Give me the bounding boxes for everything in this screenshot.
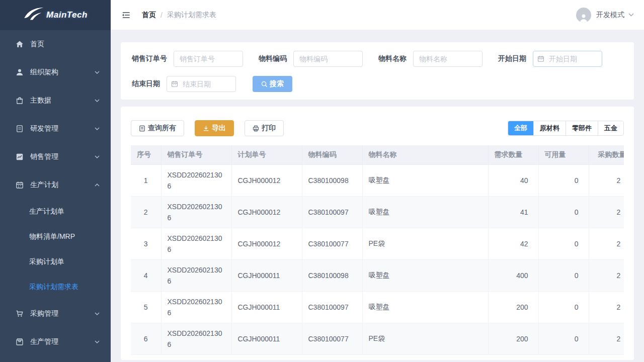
table-toolbar: 查询所有 导出 打印 全部 原材料 xyxy=(131,120,624,136)
sidebar-item-production-management[interactable]: 生产管理 xyxy=(0,328,111,356)
user-icon xyxy=(15,68,24,77)
brand-logo: MainTech xyxy=(0,0,111,30)
chevron-down-icon xyxy=(95,312,100,315)
chevron-down-icon xyxy=(95,127,100,130)
chevron-down-icon xyxy=(628,13,634,17)
sidebar-subitem-bom-mrp[interactable]: 物料清单/MRP xyxy=(0,224,111,249)
sidebar-item-procurement-management[interactable]: 采购管理 xyxy=(0,300,111,328)
cell-plan-no: CGJH000011 xyxy=(231,323,302,354)
cell-sales-order: XSDD2026021306 xyxy=(161,164,231,196)
tab-label: 原材料 xyxy=(540,124,559,133)
filter-start-date: 开始日期 xyxy=(498,51,602,67)
sidebar-subitem-purchase-plan-demand[interactable]: 采购计划需求表 xyxy=(0,275,111,300)
cell-purchase-qty: 2 xyxy=(589,228,624,259)
sidebar-item-label: 生产管理 xyxy=(30,337,58,346)
cell-available-qty: 0 xyxy=(538,196,589,228)
cell-available-qty: 0 xyxy=(538,164,589,196)
home-icon xyxy=(15,40,24,49)
data-table-container[interactable]: 序号 销售订单号 计划单号 物料编码 物料名称 需求数量 可用量 采购数量 1 … xyxy=(131,145,624,355)
cell-sales-order: XSDD2026021306 xyxy=(161,323,231,354)
material-code-label: 物料编码 xyxy=(259,54,287,63)
main-content: 销售订单号 物料编码 物料名称 开始日期 xyxy=(111,30,644,360)
printer-icon xyxy=(253,125,259,132)
cell-material-code: C380100098 xyxy=(302,164,362,196)
sidebar-item-label: 研发管理 xyxy=(30,124,58,133)
sales-order-input[interactable] xyxy=(174,51,243,67)
cell-material-code: C380100097 xyxy=(302,291,362,323)
end-date-input[interactable] xyxy=(167,76,236,92)
cell-purchase-qty: 2 xyxy=(589,323,624,354)
sidebar-item-label: 首页 xyxy=(30,40,44,49)
sidebar: MainTech 首页 组织架构 主数据 xyxy=(0,0,111,362)
sidebar-item-home[interactable]: 首页 xyxy=(0,30,111,58)
material-code-input[interactable] xyxy=(293,51,363,67)
cell-plan-no: CGJH000011 xyxy=(231,259,302,291)
cell-sn: 3 xyxy=(131,228,161,259)
search-button[interactable]: 搜索 xyxy=(253,76,292,92)
user-mode-label: 开发模式 xyxy=(596,11,624,20)
query-all-button[interactable]: 查询所有 xyxy=(131,120,184,136)
col-header-sn: 序号 xyxy=(131,145,161,164)
sidebar-item-sales-management[interactable]: 销售管理 xyxy=(0,143,111,171)
sidebar-item-label: 生产计划 xyxy=(30,180,58,190)
cell-available-qty: 0 xyxy=(538,291,589,323)
tab-all[interactable]: 全部 xyxy=(508,121,533,135)
sidebar-item-organization[interactable]: 组织架构 xyxy=(0,58,111,86)
sidebar-item-label: 采购管理 xyxy=(30,309,58,318)
cell-plan-no: CGJH000011 xyxy=(231,291,302,323)
table-header-row: 序号 销售订单号 计划单号 物料编码 物料名称 需求数量 可用量 采购数量 xyxy=(131,145,624,164)
chart-icon xyxy=(15,153,24,161)
tab-hardware[interactable]: 五金 xyxy=(598,121,623,135)
filter-material-code: 物料编码 xyxy=(259,51,363,67)
table-row: 1 XSDD2026021306 CGJH000012 C380100098 吸… xyxy=(131,164,624,196)
material-name-label: 物料名称 xyxy=(378,54,407,63)
sidebar-subitem-production-plan-order[interactable]: 生产计划单 xyxy=(0,199,111,224)
sidebar-item-master-data[interactable]: 主数据 xyxy=(0,86,111,115)
col-header-purchase-qty: 采购数量 xyxy=(589,145,624,164)
cell-sn: 4 xyxy=(131,259,161,291)
cell-sales-order: XSDD2026021306 xyxy=(161,291,231,323)
start-date-input[interactable] xyxy=(533,51,602,67)
cell-available-qty: 0 xyxy=(538,259,589,291)
cell-material-name: PE袋 xyxy=(362,228,488,259)
cell-purchase-qty: 2 xyxy=(589,259,624,291)
chevron-down-icon xyxy=(95,340,100,343)
print-button[interactable]: 打印 xyxy=(245,120,284,136)
cell-material-name: PE袋 xyxy=(362,323,488,354)
col-header-material-name: 物料名称 xyxy=(362,145,488,164)
sidebar-subitem-purchase-plan-order[interactable]: 采购计划单 xyxy=(0,249,111,275)
document-icon xyxy=(15,125,24,133)
cell-material-code: C380100098 xyxy=(302,259,362,291)
package-icon xyxy=(15,338,24,346)
sales-order-label: 销售订单号 xyxy=(132,54,167,63)
col-header-plan-no: 计划单号 xyxy=(231,145,302,164)
cell-purchase-qty: 2 xyxy=(589,196,624,228)
filter-material-name: 物料名称 xyxy=(378,51,482,67)
cell-material-code: C380100097 xyxy=(302,196,362,228)
print-label: 打印 xyxy=(262,124,276,133)
breadcrumb-home[interactable]: 首页 xyxy=(142,11,156,20)
document-icon xyxy=(139,125,145,132)
export-button[interactable]: 导出 xyxy=(195,120,234,136)
sidebar-submenu-production-plan: 生产计划单 物料清单/MRP 采购计划单 采购计划需求表 xyxy=(0,199,111,300)
material-name-input[interactable] xyxy=(413,51,482,67)
user-menu[interactable]: 开发模式 xyxy=(576,8,634,23)
sidebar-collapse-icon[interactable] xyxy=(121,10,131,20)
sidebar-subitem-label: 采购计划单 xyxy=(29,257,64,266)
cell-material-code: C380100077 xyxy=(302,323,362,354)
tab-parts[interactable]: 零部件 xyxy=(566,121,598,135)
table-row: 3 XSDD2026021306 CGJH000012 C380100077 P… xyxy=(131,228,624,259)
table-row: 2 XSDD2026021306 CGJH000012 C380100097 吸… xyxy=(131,196,624,228)
filter-panel: 销售订单号 物料编码 物料名称 开始日期 xyxy=(121,42,634,100)
cell-demand-qty: 200 xyxy=(488,291,538,323)
tab-label: 零部件 xyxy=(572,124,592,133)
cell-plan-no: CGJH000012 xyxy=(231,164,302,196)
sidebar-item-rd-management[interactable]: 研发管理 xyxy=(0,115,111,143)
cell-material-name: 吸塑盘 xyxy=(362,259,488,291)
cell-material-name: 吸塑盘 xyxy=(362,291,488,323)
cell-available-qty: 0 xyxy=(538,323,589,354)
tab-raw-material[interactable]: 原材料 xyxy=(533,121,566,135)
search-button-label: 搜索 xyxy=(270,79,284,88)
sidebar-item-production-plan[interactable]: 生产计划 xyxy=(0,171,111,199)
filter-end-date: 结束日期 xyxy=(132,76,236,92)
